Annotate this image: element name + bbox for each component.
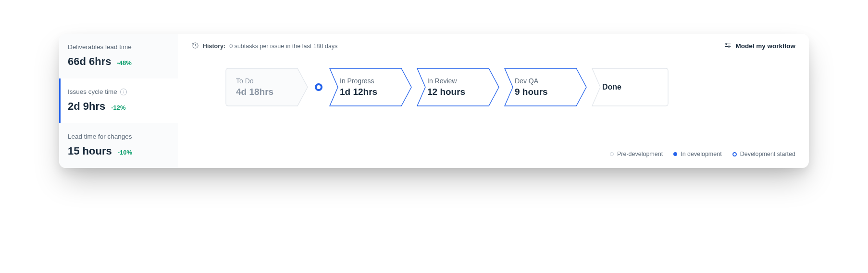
metric-value: 15 hours xyxy=(68,145,112,157)
development-start-marker xyxy=(315,83,322,91)
stage-in-progress[interactable]: In Progress 1d 12hrs xyxy=(329,68,412,106)
legend-development-started: Development started xyxy=(732,151,795,157)
stage-dev-qa[interactable]: Dev QA 9 hours xyxy=(504,68,587,106)
dot-icon xyxy=(673,152,677,156)
metric-title: Lead time for changes xyxy=(68,133,132,140)
stage-to-do[interactable]: To Do 4d 18hrs xyxy=(225,68,308,106)
legend-in-development: In development xyxy=(673,151,721,157)
stage-title: In Review xyxy=(427,77,499,85)
metric-issues-cycle-time[interactable]: Issues cycle time i 2d 9hrs -12% xyxy=(59,78,178,123)
legend-pre-development: Pre-development xyxy=(610,151,663,157)
metric-value: 2d 9hrs xyxy=(68,100,105,113)
stage-value: 1d 12hrs xyxy=(340,87,412,97)
stage-value: 4d 18hrs xyxy=(236,87,308,97)
metric-delta: -10% xyxy=(118,149,132,156)
stage-title: To Do xyxy=(236,77,308,85)
info-icon[interactable]: i xyxy=(120,89,127,95)
metric-lead-time-for-changes[interactable]: Lead time for changes 15 hours -10% xyxy=(59,123,178,168)
stage-title: In Progress xyxy=(340,77,412,85)
stage-value: 9 hours xyxy=(515,87,587,97)
model-workflow-button[interactable]: Model my workflow xyxy=(724,41,795,51)
svg-point-2 xyxy=(726,43,727,45)
legend-label: Development started xyxy=(740,151,795,157)
dot-icon xyxy=(610,152,614,156)
legend: Pre-development In development Developme… xyxy=(192,136,795,157)
workflow-stages: To Do 4d 18hrs In Progress 1d 12hrs xyxy=(225,68,795,106)
metrics-sidebar: Deliverables lead time 66d 6hrs -48% Iss… xyxy=(59,34,178,168)
metric-delta: -12% xyxy=(111,104,125,111)
sliders-icon xyxy=(724,41,732,51)
topbar: History: 0 subtasks per issue in the las… xyxy=(192,41,795,51)
metric-title: Issues cycle time xyxy=(68,88,117,95)
model-workflow-label: Model my workflow xyxy=(735,42,795,50)
metric-title: Deliverables lead time xyxy=(68,43,132,51)
history-label: History: xyxy=(203,43,225,50)
svg-point-3 xyxy=(729,46,730,47)
stage-done[interactable]: Done xyxy=(592,68,669,106)
main-area: History: 0 subtasks per issue in the las… xyxy=(178,34,809,168)
legend-label: Pre-development xyxy=(617,151,663,157)
stage-in-review[interactable]: In Review 12 hours xyxy=(417,68,499,106)
workflow-panel: Deliverables lead time 66d 6hrs -48% Iss… xyxy=(59,34,809,168)
metric-deliverables-lead-time[interactable]: Deliverables lead time 66d 6hrs -48% xyxy=(59,34,178,78)
history-icon xyxy=(192,42,199,51)
ring-icon xyxy=(732,152,737,156)
history-note: History: 0 subtasks per issue in the las… xyxy=(192,42,337,51)
stage-title: Done xyxy=(602,83,621,91)
legend-label: In development xyxy=(681,151,721,157)
stage-value: 12 hours xyxy=(427,87,499,97)
metric-value: 66d 6hrs xyxy=(68,55,112,68)
history-text: 0 subtasks per issue in the last 180 day… xyxy=(229,43,337,50)
metric-delta: -48% xyxy=(117,59,132,66)
stage-title: Dev QA xyxy=(515,77,587,85)
